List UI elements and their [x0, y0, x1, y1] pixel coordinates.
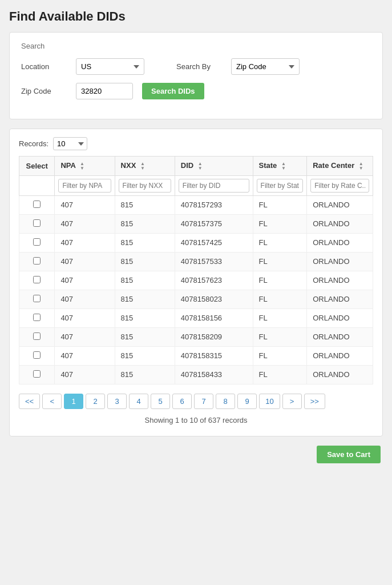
row-npa-1: 407: [55, 214, 115, 233]
row-npa-7: 407: [55, 327, 115, 346]
did-sort-icon: ▲▼: [198, 162, 203, 171]
search-dids-button[interactable]: Search DIDs: [142, 83, 204, 99]
dids-table: Select NPA ▲▼ NXX ▲▼ DID ▲▼ State: [19, 156, 373, 384]
row-rate-center-0: ORLANDO: [307, 195, 373, 214]
row-state-3: FL: [253, 252, 307, 271]
row-did-0: 4078157293: [175, 195, 253, 214]
page-first-button[interactable]: <<: [19, 394, 40, 409]
filter-nxx-cell: [115, 175, 175, 195]
nxx-sort-icon: ▲▼: [140, 162, 145, 171]
row-checkbox-0[interactable]: [33, 201, 41, 208]
row-rate-center-9: ORLANDO: [307, 365, 373, 384]
row-did-5: 4078158023: [175, 290, 253, 308]
row-checkbox-4[interactable]: [33, 276, 41, 283]
table-row: 407 815 4078157293 FL ORLANDO: [19, 195, 373, 214]
row-checkbox-7[interactable]: [33, 332, 41, 340]
records-per-page-select[interactable]: 10 25 50 100: [53, 137, 87, 150]
row-state-6: FL: [253, 308, 307, 327]
filter-state-input[interactable]: [257, 179, 304, 193]
row-state-1: FL: [253, 214, 307, 233]
row-npa-8: 407: [55, 346, 115, 365]
row-npa-9: 407: [55, 365, 115, 384]
page-next-button[interactable]: >: [282, 394, 302, 409]
save-to-cart-button[interactable]: Save to Cart: [317, 446, 381, 463]
records-label: Records:: [19, 139, 49, 148]
filter-rate-center-cell: [307, 175, 373, 195]
filter-nxx-input[interactable]: [119, 179, 171, 193]
page-9-button[interactable]: 9: [237, 394, 257, 409]
table-header-row: Select NPA ▲▼ NXX ▲▼ DID ▲▼ State: [19, 157, 373, 176]
table-row: 407 815 4078157375 FL ORLANDO: [19, 214, 373, 233]
row-checkbox-6[interactable]: [33, 314, 41, 321]
row-did-6: 4078158156: [175, 308, 253, 327]
npa-sort-icon: ▲▼: [80, 162, 84, 171]
row-state-2: FL: [253, 233, 307, 252]
page-wrapper: Find Available DIDs Search Location US C…: [0, 0, 392, 585]
row-nxx-7: 815: [115, 327, 175, 346]
table-row: 407 815 4078158156 FL ORLANDO: [19, 308, 373, 327]
zipcode-row: Zip Code Search DIDs: [21, 83, 371, 99]
row-rate-center-1: ORLANDO: [307, 214, 373, 233]
row-nxx-4: 815: [115, 271, 175, 290]
page-title: Find Available DIDs: [9, 9, 383, 24]
col-header-rate-center[interactable]: Rate Center ▲▼: [307, 157, 373, 176]
zip-code-label: Zip Code: [21, 87, 67, 95]
state-sort-icon: ▲▼: [281, 162, 286, 171]
filter-did-cell: [175, 175, 253, 195]
col-header-did[interactable]: DID ▲▼: [175, 157, 253, 176]
page-1-button[interactable]: 1: [64, 394, 83, 409]
row-state-9: FL: [253, 365, 307, 384]
page-4-button[interactable]: 4: [129, 394, 148, 409]
row-checkbox-2[interactable]: [33, 238, 41, 246]
row-checkbox-3[interactable]: [33, 257, 41, 265]
page-last-button[interactable]: >>: [304, 394, 325, 409]
search-by-select[interactable]: Zip Code NPA NPA-NXX State: [231, 58, 300, 75]
table-row: 407 815 4078158023 FL ORLANDO: [19, 290, 373, 308]
row-nxx-8: 815: [115, 346, 175, 365]
col-header-npa[interactable]: NPA ▲▼: [55, 157, 115, 176]
page-3-button[interactable]: 3: [107, 394, 127, 409]
row-npa-6: 407: [55, 308, 115, 327]
row-select-cell: [19, 346, 55, 365]
location-select[interactable]: US Canada: [76, 58, 144, 75]
row-rate-center-7: ORLANDO: [307, 327, 373, 346]
search-panel-label: Search: [21, 42, 371, 50]
page-6-button[interactable]: 6: [172, 394, 192, 409]
row-rate-center-2: ORLANDO: [307, 233, 373, 252]
row-nxx-9: 815: [115, 365, 175, 384]
row-npa-4: 407: [55, 271, 115, 290]
row-checkbox-8[interactable]: [33, 351, 41, 359]
row-checkbox-1[interactable]: [33, 219, 41, 227]
filter-npa-input[interactable]: [58, 179, 111, 193]
row-nxx-2: 815: [115, 233, 175, 252]
row-rate-center-6: ORLANDO: [307, 308, 373, 327]
row-rate-center-5: ORLANDO: [307, 290, 373, 308]
row-select-cell: [19, 271, 55, 290]
col-header-nxx[interactable]: NXX ▲▼: [115, 157, 175, 176]
row-select-cell: [19, 365, 55, 384]
table-panel: Records: 10 25 50 100 Select NPA ▲▼ NXX: [9, 129, 383, 436]
page-10-button[interactable]: 10: [259, 394, 280, 409]
page-prev-button[interactable]: <: [42, 394, 62, 409]
page-2-button[interactable]: 2: [86, 394, 105, 409]
search-panel: Search Location US Canada Search By Zip …: [9, 32, 383, 119]
showing-text: Showing 1 to 10 of 637 records: [19, 416, 373, 424]
row-checkbox-5[interactable]: [33, 295, 41, 302]
save-cart-wrapper: Save to Cart: [9, 446, 383, 463]
col-header-state[interactable]: State ▲▼: [253, 157, 307, 176]
row-nxx-3: 815: [115, 252, 175, 271]
page-5-button[interactable]: 5: [151, 394, 170, 409]
page-7-button[interactable]: 7: [194, 394, 213, 409]
row-select-cell: [19, 252, 55, 271]
filter-rate-center-input[interactable]: [310, 179, 369, 193]
search-by-label: Search By: [176, 62, 222, 71]
row-checkbox-9[interactable]: [33, 370, 41, 378]
filter-did-input[interactable]: [179, 179, 249, 193]
zip-code-input[interactable]: [76, 83, 133, 99]
location-label: Location: [21, 62, 67, 71]
row-did-8: 4078158315: [175, 346, 253, 365]
page-8-button[interactable]: 8: [216, 394, 235, 409]
filter-row: [19, 175, 373, 195]
row-select-cell: [19, 195, 55, 214]
filter-state-cell: [253, 175, 307, 195]
